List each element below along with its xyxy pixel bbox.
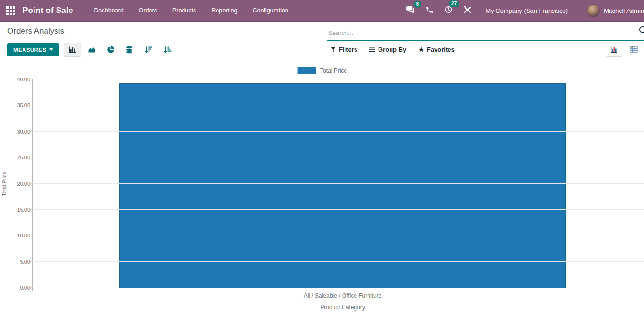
- bar[interactable]: [119, 83, 566, 288]
- pivot-view-button[interactable]: [626, 43, 642, 56]
- filter-funnel-icon: [331, 47, 336, 52]
- y-tick-mark: [30, 79, 33, 79]
- legend-label: Total Price: [320, 67, 347, 74]
- y-tick-label: 35.00: [7, 102, 30, 108]
- app-name[interactable]: Point of Sale: [23, 6, 73, 15]
- sort-descending-icon: [144, 46, 152, 54]
- phone-button[interactable]: [420, 6, 439, 16]
- sort-ascending-icon: [163, 46, 172, 54]
- y-tick-mark: [30, 105, 33, 105]
- search-input[interactable]: [327, 27, 644, 41]
- sort-asc-button[interactable]: [159, 43, 176, 57]
- y-tick-label: 5.00: [7, 259, 30, 265]
- group-by-label: Group By: [378, 46, 406, 53]
- gridline: [33, 261, 644, 262]
- star-icon: ★: [418, 46, 424, 53]
- search-facets: Filters Group By ★ Favorites: [331, 46, 455, 53]
- group-by-button[interactable]: Group By: [369, 46, 406, 53]
- y-tick-label: 30.00: [7, 129, 30, 134]
- area-chart-icon: [88, 46, 96, 53]
- menu-item-products[interactable]: Products: [165, 0, 204, 22]
- gridline: [33, 209, 644, 210]
- menu-item-configuration[interactable]: Configuration: [245, 0, 296, 22]
- caret-down-icon: [49, 48, 53, 51]
- user-name[interactable]: Mitchell Admin: [604, 7, 644, 14]
- y-tick-label: 15.00: [7, 207, 30, 212]
- bar-chart-icon: [69, 46, 77, 54]
- y-tick-mark: [30, 235, 33, 235]
- gridline: [33, 131, 644, 132]
- y-tick-label: 40.00: [7, 77, 30, 82]
- top-navbar: Point of Sale Dashboard Orders Products …: [0, 0, 644, 22]
- control-panel-bottom: MEASURES: [0, 41, 644, 58]
- phone-icon: [426, 6, 434, 16]
- pie-chart-button[interactable]: [102, 43, 119, 57]
- y-tick-label: 25.00: [7, 155, 30, 160]
- y-tick-label: 10.00: [7, 233, 30, 238]
- y-tick-label: 20.00: [7, 181, 30, 187]
- pie-chart-icon: [107, 46, 115, 54]
- pivot-view-icon: [630, 46, 638, 53]
- view-switcher: [606, 43, 642, 57]
- y-tick-mark: [30, 287, 33, 288]
- activities-button[interactable]: 27: [439, 5, 458, 16]
- company-switcher[interactable]: My Company (San Francisco): [477, 7, 575, 14]
- gridline: [33, 105, 644, 105]
- gridline: [33, 157, 644, 157]
- apps-grid-icon[interactable]: [6, 6, 15, 15]
- line-chart-button[interactable]: [83, 43, 101, 56]
- gridline: [33, 235, 644, 235]
- stacked-button[interactable]: [121, 43, 138, 57]
- activities-badge: 27: [449, 0, 459, 7]
- graph-view-icon: [610, 46, 618, 54]
- chart-legend[interactable]: Total Price: [0, 67, 644, 74]
- chat-bubbles-icon: [406, 6, 415, 16]
- y-tick-mark: [30, 183, 33, 184]
- y-tick-label: 0.00: [7, 285, 30, 291]
- x-category-label: All / Saleable / Office Furniture: [119, 292, 566, 299]
- y-tick-mark: [30, 209, 33, 210]
- x-axis-title: Product Category: [119, 304, 566, 311]
- measures-label: MEASURES: [13, 47, 46, 53]
- menu-item-reporting[interactable]: Reporting: [204, 0, 245, 22]
- orders-analysis-chart: Total Price Total Price All / Saleable /…: [0, 67, 644, 288]
- group-by-bars-icon: [369, 47, 375, 52]
- user-avatar[interactable]: [587, 4, 600, 17]
- database-icon: [126, 46, 133, 54]
- y-axis-title: Total Price: [1, 171, 7, 196]
- favorites-label: Favorites: [427, 46, 455, 53]
- menu-item-dashboard[interactable]: Dashboard: [87, 0, 131, 22]
- graph-view-button[interactable]: [606, 43, 622, 57]
- y-tick-mark: [30, 261, 33, 262]
- x-axis-stub: [32, 288, 33, 291]
- sort-desc-button[interactable]: [139, 43, 157, 57]
- tools-icon: [463, 6, 472, 16]
- filters-label: Filters: [339, 46, 357, 53]
- menu-item-orders[interactable]: Orders: [131, 0, 165, 22]
- messages-button[interactable]: 6: [401, 6, 420, 16]
- y-tick-mark: [30, 131, 33, 132]
- page-title: Orders Analysis: [0, 26, 327, 36]
- search-box: [327, 22, 644, 41]
- legend-swatch: [297, 67, 316, 74]
- gridline: [33, 79, 644, 79]
- gridline: [33, 183, 644, 184]
- plot-area: Total Price All / Saleable / Office Furn…: [32, 79, 644, 288]
- control-panel-top: Orders Analysis: [0, 22, 644, 41]
- search-icon[interactable]: [638, 25, 644, 37]
- filters-button[interactable]: Filters: [331, 46, 357, 53]
- chart-type-buttons: [64, 43, 176, 57]
- tools-button[interactable]: [458, 6, 477, 16]
- measures-button[interactable]: MEASURES: [7, 43, 59, 56]
- y-tick-mark: [30, 157, 33, 157]
- favorites-button[interactable]: ★ Favorites: [418, 46, 454, 53]
- bar-chart-button[interactable]: [64, 43, 81, 57]
